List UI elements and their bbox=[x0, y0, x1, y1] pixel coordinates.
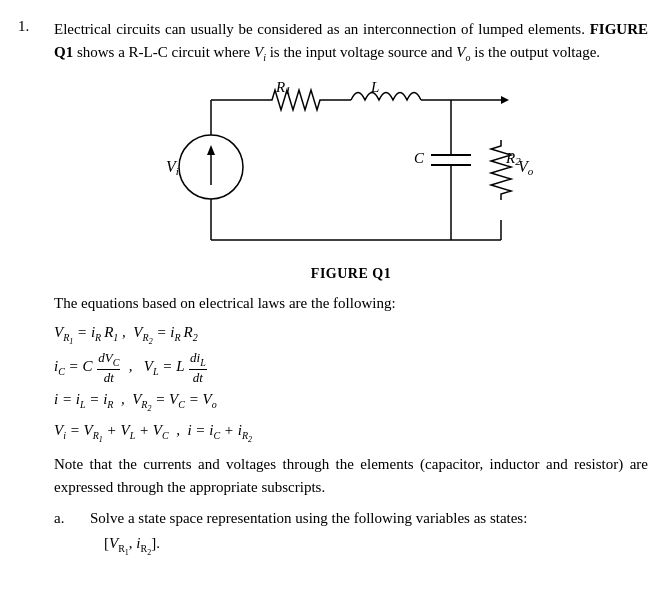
sub-letter-a: a. bbox=[54, 507, 90, 560]
svg-marker-10 bbox=[501, 96, 509, 104]
sub-content-a: Solve a state space representation using… bbox=[90, 507, 648, 560]
question-1: 1. Electrical circuits can usually be co… bbox=[18, 18, 648, 560]
c-label: C bbox=[414, 150, 425, 166]
equations-intro: The equations based on electrical laws a… bbox=[54, 292, 648, 315]
circuit-diagram: Vi R1 L bbox=[156, 80, 546, 255]
figure-ref: FIGURE Q1 bbox=[54, 21, 648, 60]
equation-1: VR1 = iR R1 , VR2 = iR R2 bbox=[54, 320, 648, 349]
vo-symbol: Vo bbox=[456, 44, 470, 60]
note-paragraph: Note that the currents and voltages thro… bbox=[54, 453, 648, 500]
figure-container: Vi R1 L bbox=[54, 80, 648, 285]
svg-marker-3 bbox=[207, 145, 215, 155]
figure-label: FIGURE Q1 bbox=[311, 263, 391, 285]
equation-4: Vi = VR1 + VL + VC , i = iC + iR2 bbox=[54, 418, 648, 447]
sub-a-variables: [VR1, iR2]. bbox=[104, 532, 648, 559]
vo-label: Vo bbox=[518, 158, 534, 177]
sub-question-a: a. Solve a state space representation us… bbox=[54, 507, 648, 560]
equation-2: iC = C dVC dt , VL = L diL dt bbox=[54, 350, 648, 385]
vi-symbol: Vi bbox=[254, 44, 266, 60]
sub-a-text: Solve a state space representation using… bbox=[90, 510, 527, 526]
question-content: Electrical circuits can usually be consi… bbox=[54, 18, 648, 560]
question-number: 1. bbox=[18, 18, 54, 560]
equation-3: i = iL = iR , VR2 = VC = Vo bbox=[54, 387, 648, 416]
question-intro-paragraph: Electrical circuits can usually be consi… bbox=[54, 18, 648, 66]
vi-label: Vi bbox=[166, 158, 179, 177]
